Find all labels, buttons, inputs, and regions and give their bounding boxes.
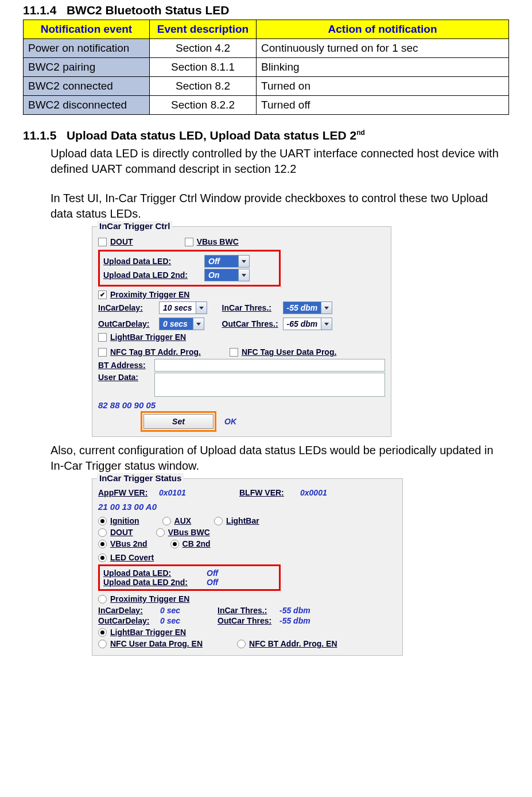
set-button[interactable]: Set (143, 414, 213, 429)
chevron-down-icon (321, 302, 332, 314)
user-data-label: User Data: (98, 373, 151, 382)
cell-event: BWC2 disconnected (24, 96, 150, 115)
upload-data-led-2nd-select[interactable]: On (204, 269, 250, 281)
status-hex: 21 00 13 00 A0 (98, 502, 397, 512)
proximity-trigger-checkbox[interactable] (98, 291, 107, 299)
cell-action: Turned off (257, 96, 509, 115)
cb-2nd-radio[interactable] (170, 540, 179, 548)
hex-status: 82 88 00 90 05 (98, 400, 385, 410)
lightbar-trigger-label: LightBar Trigger EN (110, 332, 186, 342)
heading-suffix: nd (356, 129, 365, 137)
upload-data-led-2nd-label: Upload Data LED 2nd: (103, 270, 201, 280)
heading-11-1-5: 11.1.5 Upload Data status LED, Upload Da… (23, 129, 509, 142)
appfw-ver-value: 0x0101 (159, 488, 205, 497)
dout-label: DOUT (110, 528, 133, 537)
upload-data-led-2nd-value: On (205, 270, 238, 280)
incarthres-select[interactable]: -55 dbm (283, 301, 333, 314)
bwc2-led-table: Notification event Event description Act… (23, 20, 509, 115)
heading-number: 11.1.5 (23, 129, 56, 142)
blfw-ver-value: 0x0001 (300, 488, 346, 497)
appfw-ver-label: AppFW VER: (98, 488, 154, 497)
incardelay-select[interactable]: 10 secs (159, 301, 207, 314)
lightbar-trigger-en-radio[interactable] (98, 628, 107, 637)
table-row: Power on notification Section 4.2 Contin… (24, 39, 509, 58)
status-outcardelay-label: OutCarDelay: (98, 616, 156, 625)
nfc-bt-addr-prog-label: NFC BT Addr. Prog. EN (249, 639, 337, 648)
ignition-label: Ignition (110, 516, 139, 525)
ok-status: OK (224, 417, 236, 426)
outcardelay-value: 0 secs (160, 319, 193, 328)
nfc-bt-addr-checkbox[interactable] (98, 348, 107, 357)
lightbar-trigger-en-label: LightBar Trigger EN (110, 628, 186, 637)
outcardelay-select[interactable]: 0 secs (159, 318, 204, 330)
outcarthres-value: -65 dbm (284, 319, 321, 328)
set-button-highlight: Set (141, 411, 216, 432)
th-action: Action of notification (257, 20, 509, 39)
cell-action: Continuously turned on for 1 sec (257, 39, 509, 58)
chevron-down-icon (238, 256, 249, 267)
cell-action: Turned on (257, 77, 509, 96)
dout-label: DOUT (110, 237, 133, 246)
status-incarthres-label: InCar Thres.: (218, 606, 275, 615)
nfc-user-data-checkbox[interactable] (230, 348, 238, 357)
lightbar-radio[interactable] (214, 517, 223, 525)
status-outcarthres-value: -55 dbm (279, 616, 314, 625)
chevron-down-icon (196, 302, 207, 314)
cell-action: Blinking (257, 58, 509, 77)
aux-label: AUX (174, 516, 192, 525)
user-data-input[interactable] (154, 373, 385, 397)
th-event-description: Event description (149, 20, 256, 39)
paragraph-2: In Test UI, In-Car Trigger Ctrl Window p… (51, 191, 509, 222)
incardelay-label: InCarDelay: (98, 303, 156, 312)
nfc-user-data-prog-label: NFC User Data Prog. EN (110, 639, 203, 648)
table-row: BWC2 connected Section 8.2 Turned on (24, 77, 509, 96)
aux-radio[interactable] (162, 517, 171, 525)
lightbar-trigger-checkbox[interactable] (98, 333, 107, 342)
nfc-user-data-label: NFC Tag User Data Prog. (242, 347, 336, 357)
incarthres-label: InCar Thres.: (222, 303, 279, 312)
nfc-bt-addr-prog-radio[interactable] (237, 640, 246, 648)
cell-event: Power on notification (24, 39, 150, 58)
status-incardelay-value: 0 sec (160, 606, 195, 615)
nfc-user-data-prog-radio[interactable] (98, 640, 107, 648)
table-row: BWC2 pairing Section 8.1.1 Blinking (24, 58, 509, 77)
outcarthres-select[interactable]: -65 dbm (283, 318, 333, 330)
ignition-radio[interactable] (98, 517, 107, 525)
cell-desc: Section 4.2 (149, 39, 256, 58)
proximity-trigger-label: Proximity Trigger EN (110, 594, 189, 603)
dout-radio[interactable] (98, 528, 107, 537)
heading-11-1-4: 11.1.4 BWC2 Bluetooth Status LED (23, 3, 509, 17)
incarthres-value: -55 dbm (284, 303, 321, 312)
status-incarthres-value: -55 dbm (279, 606, 314, 615)
vbus-bwc-checkbox[interactable] (185, 238, 193, 246)
led-covert-radio[interactable] (98, 554, 107, 562)
outcardelay-label: OutCarDelay: (98, 319, 156, 328)
set-button-label: Set (172, 417, 185, 426)
incardelay-value: 10 secs (160, 303, 196, 312)
led-covert-label: LED Covert (110, 553, 154, 562)
bt-address-label: BT Address: (98, 361, 151, 370)
incar-trigger-ctrl-panel: InCar Trigger Ctrl DOUT VBus BWC Upload … (92, 226, 391, 437)
dout-checkbox[interactable] (98, 238, 107, 246)
cell-event: BWC2 pairing (24, 58, 150, 77)
heading-title: BWC2 Bluetooth Status LED (67, 3, 230, 17)
status-uled-value: Off (207, 568, 218, 578)
bt-address-input[interactable] (154, 359, 385, 372)
chevron-down-icon (193, 318, 204, 330)
vbus-2nd-label: VBus 2nd (110, 539, 147, 548)
vbus-bwc-label: VBus BWC (168, 528, 210, 537)
vbus-bwc-radio[interactable] (156, 528, 165, 537)
incar-trigger-status-panel: InCar Trigger Status AppFW VER:0x0101 BL… (92, 478, 403, 656)
proximity-trigger-radio[interactable] (98, 595, 107, 603)
status-outcardelay-value: 0 sec (160, 616, 195, 625)
status-uled-label: Upload Data LED: (103, 568, 201, 578)
upload-data-led-select[interactable]: Off (204, 255, 250, 268)
proximity-trigger-label: Proximity Trigger EN (110, 290, 189, 299)
status-uled2-value: Off (207, 578, 218, 587)
status-uled2-label: Upload Data LED 2nd: (103, 578, 201, 587)
upload-data-led-label: Upload Data LED: (103, 257, 201, 266)
cell-desc: Section 8.1.1 (149, 58, 256, 77)
vbus-2nd-radio[interactable] (98, 540, 107, 548)
nfc-bt-addr-label: NFC Tag BT Addr. Prog. (110, 347, 201, 357)
status-outcarthres-label: OutCar Thres: (218, 616, 275, 625)
